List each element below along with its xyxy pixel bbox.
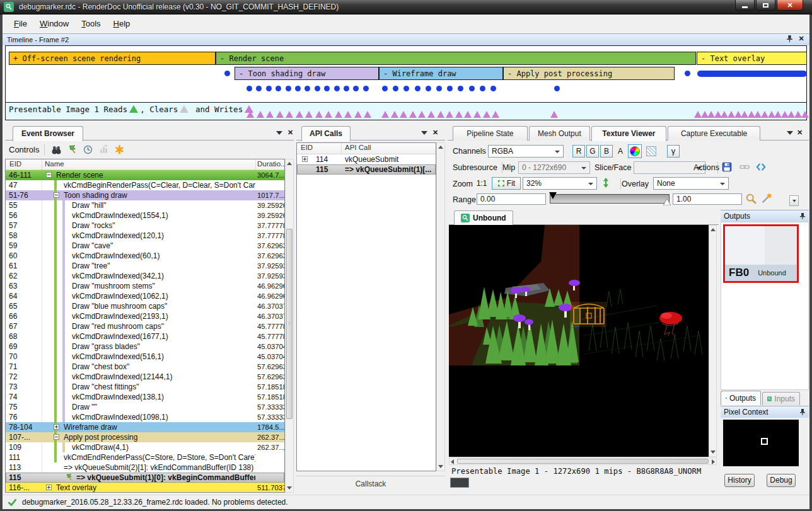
collapse-icon[interactable] bbox=[46, 172, 52, 178]
write-usage-marker[interactable] bbox=[354, 111, 362, 118]
event-row-51-76[interactable]: 51-76Toon shading draw1017.7... bbox=[6, 190, 284, 200]
write-usage-marker[interactable] bbox=[418, 111, 426, 118]
minimize-button[interactable] bbox=[735, 0, 755, 11]
scroll-left-icon[interactable] bbox=[451, 459, 454, 464]
event-row-107-...[interactable]: 107-...Apply post processing262.37... bbox=[6, 432, 284, 442]
event-row-78-104[interactable]: 78-104Wireframe draw1784.5... bbox=[6, 422, 284, 432]
callstack-label[interactable]: Callstack bbox=[296, 476, 445, 493]
collapse-icon[interactable] bbox=[54, 434, 59, 440]
menu-tools[interactable]: Tools bbox=[75, 17, 107, 31]
menu-help[interactable]: Help bbox=[107, 17, 137, 31]
collapse-icon[interactable] bbox=[54, 192, 59, 198]
draw-event-dot[interactable] bbox=[415, 86, 420, 91]
event-row-67[interactable]: 67Draw "red mushroom caps"45.77778 bbox=[6, 321, 284, 331]
colorwheel-button[interactable] bbox=[628, 144, 642, 158]
event-row-109[interactable]: 109vkCmdDraw(4,1)262.37... bbox=[6, 442, 284, 452]
write-usage-marker[interactable] bbox=[286, 111, 293, 118]
range-black-handle[interactable] bbox=[549, 192, 557, 200]
timeline-bar-wireframe-draw[interactable]: - Wireframe draw bbox=[379, 67, 503, 80]
debug-button[interactable]: Debug bbox=[767, 474, 796, 487]
tab-mesh-output[interactable]: Mesh Output bbox=[529, 126, 590, 141]
expand-icon[interactable] bbox=[302, 156, 308, 162]
event-browser-scrollbar[interactable] bbox=[285, 159, 294, 493]
texture-vscrollbar[interactable] bbox=[709, 225, 717, 457]
event-row-74[interactable]: 74vkCmdDrawIndexed(138,1)57.18518 bbox=[6, 392, 284, 402]
zoom-range-icon[interactable] bbox=[745, 193, 757, 205]
tab-capture-executable[interactable]: Capture Executable bbox=[668, 126, 761, 141]
draw-event-dot[interactable] bbox=[246, 86, 252, 91]
time-drawcalls-icon[interactable] bbox=[81, 144, 94, 156]
draw-event-dot[interactable] bbox=[436, 86, 442, 91]
draw-event-dot[interactable] bbox=[276, 86, 281, 91]
draw-event-dot[interactable] bbox=[334, 86, 340, 91]
channel-a-button[interactable]: A bbox=[614, 145, 627, 158]
event-row-46-111[interactable]: 46-111Render scene3064.7... bbox=[6, 170, 284, 180]
write-usage-marker[interactable] bbox=[446, 111, 453, 118]
write-usage-marker[interactable] bbox=[266, 111, 274, 118]
draw-event-dot[interactable] bbox=[480, 86, 485, 91]
draw-event-dot[interactable] bbox=[554, 86, 560, 91]
column-name[interactable]: Name bbox=[45, 160, 64, 168]
write-usage-marker[interactable] bbox=[325, 111, 332, 118]
scroll-down-icon[interactable] bbox=[710, 448, 716, 456]
channel-b-button[interactable]: B bbox=[600, 145, 613, 158]
event-row-73[interactable]: 73Draw "chest fittings"57.18518 bbox=[6, 382, 284, 392]
column-eid[interactable]: EID bbox=[301, 144, 313, 151]
event-row-55[interactable]: 55Draw "hill"39.25926 bbox=[6, 200, 284, 210]
api-calls-scrollbar[interactable] bbox=[436, 142, 445, 471]
write-usage-marker[interactable] bbox=[492, 111, 499, 118]
gamma-button[interactable]: γ bbox=[667, 145, 680, 158]
event-row-76[interactable]: 76vkCmdDrawIndexed(1098,1)57.33333 bbox=[6, 412, 284, 422]
event-row-69[interactable]: 69Draw "grass blades"45.03704 bbox=[6, 342, 284, 352]
timeline-bar-render-scene[interactable]: - Render scene bbox=[216, 52, 696, 65]
range-max-input[interactable]: 1.00 bbox=[673, 193, 742, 205]
close-button[interactable]: ✕ bbox=[777, 0, 803, 11]
event-row-59[interactable]: 59Draw "cave"37.62963 bbox=[6, 241, 284, 251]
api-row-114[interactable]: 114vkQueueSubmit bbox=[297, 154, 436, 164]
draw-event-dot[interactable] bbox=[458, 86, 463, 91]
fit-button[interactable]: Fit bbox=[492, 177, 521, 190]
event-row-113[interactable]: 113=> vkQueueSubmit(2)[1]: vkEndCommandB… bbox=[6, 462, 284, 473]
statistics-icon[interactable] bbox=[97, 144, 110, 156]
chevron-down-icon[interactable] bbox=[787, 131, 793, 135]
range-white-handle[interactable] bbox=[663, 198, 671, 205]
write-usage-marker[interactable] bbox=[550, 111, 558, 118]
tab-api-calls[interactable]: API Calls bbox=[301, 126, 351, 141]
api-row-115[interactable]: 115=> vkQueueSubmit(1)[... bbox=[297, 164, 436, 175]
pin-icon[interactable] bbox=[799, 212, 806, 220]
column-duration[interactable]: Duratio... bbox=[257, 160, 285, 168]
scroll-down-icon[interactable] bbox=[438, 462, 444, 471]
tab-event-browser[interactable]: Event Browser bbox=[13, 126, 83, 141]
event-row-70[interactable]: 70vkCmdDrawIndexed(516,1)45.03704 bbox=[6, 352, 284, 362]
draw-event-dot[interactable] bbox=[382, 86, 388, 91]
goto-resource-icon[interactable] bbox=[755, 161, 767, 173]
pixel-context-view[interactable] bbox=[723, 420, 799, 466]
draw-event-dot[interactable] bbox=[224, 71, 230, 76]
texture-hscrollbar[interactable] bbox=[449, 457, 717, 465]
write-usage-marker[interactable] bbox=[409, 111, 417, 118]
maximize-button[interactable] bbox=[756, 0, 775, 11]
event-row-72[interactable]: 72vkCmdDrawIndexed(12144,1)57.62963 bbox=[6, 372, 284, 382]
scroll-up-icon[interactable] bbox=[710, 226, 716, 234]
expand-icon[interactable] bbox=[54, 424, 59, 430]
event-row-115[interactable]: 115=> vkQueueSubmit(1)[0]: vkBeginComman… bbox=[6, 473, 284, 483]
draw-event-dot[interactable] bbox=[266, 86, 272, 91]
tab-inputs[interactable]: Inputs bbox=[762, 392, 800, 405]
draw-event-dot[interactable] bbox=[344, 86, 349, 91]
menu-file[interactable]: File bbox=[8, 17, 33, 31]
range-slider[interactable] bbox=[550, 194, 670, 204]
toolbar-overflow-button[interactable] bbox=[789, 195, 799, 206]
draw-event-dot[interactable] bbox=[256, 86, 262, 91]
tab-outputs[interactable]: Outputs bbox=[721, 391, 761, 405]
range-min-input[interactable]: 0.00 bbox=[477, 193, 546, 205]
event-row-57[interactable]: 57Draw "rocks"37.77778 bbox=[6, 221, 284, 231]
overlay-select[interactable]: None bbox=[653, 177, 729, 190]
panel-close-icon[interactable]: ✕ bbox=[797, 129, 803, 136]
zoom-select[interactable]: 32% bbox=[523, 177, 597, 190]
save-texture-icon[interactable] bbox=[721, 161, 733, 173]
column-api-call[interactable]: API Call bbox=[345, 144, 371, 151]
write-usage-marker[interactable] bbox=[246, 111, 254, 118]
write-usage-marker[interactable] bbox=[335, 111, 342, 118]
panel-close-icon[interactable]: ✕ bbox=[287, 129, 293, 136]
tab-pipeline-state[interactable]: Pipeline State bbox=[453, 126, 528, 141]
